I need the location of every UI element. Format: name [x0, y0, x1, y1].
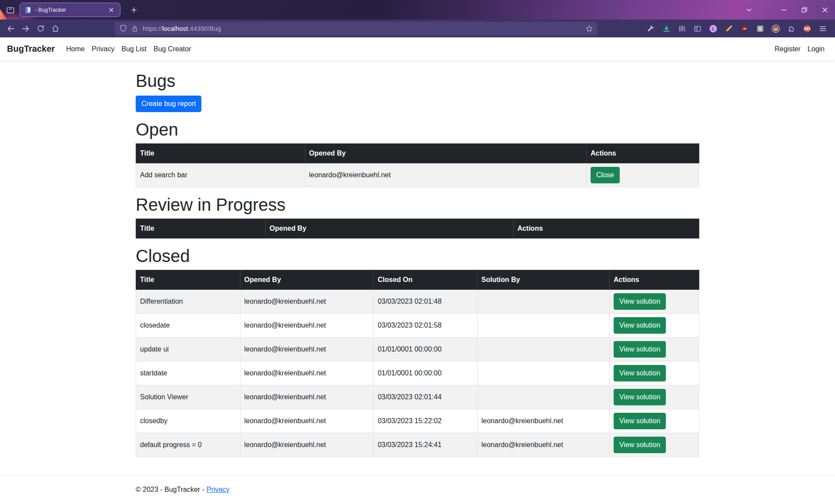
new-tab-button[interactable] [127, 3, 140, 17]
library-icon [678, 25, 686, 33]
view-solution-button[interactable]: View solution [614, 437, 666, 453]
sidebar-button[interactable] [692, 22, 703, 35]
table-cell: 03/03/2023 02:01:48 [374, 290, 477, 314]
forward-button[interactable] [18, 22, 33, 35]
table-cell: Add search bar [136, 163, 305, 187]
table-cell: 03/03/2023 15:22:02 [374, 409, 477, 433]
actions-cell: View solution [610, 314, 699, 338]
wrench-button[interactable] [645, 22, 656, 35]
site-navbar: BugTracker Home Privacy Bug List Bug Cre… [0, 37, 835, 61]
actions-cell: View solution [610, 433, 699, 457]
menu-button[interactable] [818, 22, 828, 35]
tab-close-button[interactable] [107, 6, 116, 14]
download-icon [662, 24, 671, 33]
home-button[interactable] [48, 22, 63, 35]
pencil-icon [725, 25, 733, 33]
table-cell: leonardo@kreienbuehl.net [240, 409, 374, 433]
table-cell: leonardo@kreienbuehl.net [240, 314, 374, 338]
table-cell: update ui [136, 338, 240, 361]
view-solution-button[interactable]: View solution [614, 365, 666, 381]
copyright-text: © 2023 - BugTracker - [136, 486, 204, 493]
view-solution-button[interactable]: View solution [614, 389, 666, 405]
close-window-button[interactable] [815, 0, 835, 20]
lastpass-button[interactable]: L [708, 22, 718, 35]
forward-icon [21, 24, 30, 33]
account-button[interactable] [771, 22, 781, 35]
minimize-button[interactable] [774, 0, 794, 20]
nav-link-home[interactable]: Home [63, 42, 88, 56]
sidebar-icon [694, 25, 701, 33]
page-title: Bugs [136, 70, 699, 91]
table-cell: leonardo@kreienbuehl.net [477, 433, 609, 457]
firefox-view-icon [6, 5, 15, 15]
actions-cell: View solution [610, 338, 699, 361]
nav-link-bug-list[interactable]: Bug List [118, 42, 150, 56]
downloads-button[interactable] [661, 22, 671, 35]
open-bugs-table: TitleOpened ByActions Add search barleon… [136, 143, 699, 187]
column-header: Title [136, 144, 305, 163]
svg-text:UD: UD [743, 27, 746, 30]
bookmark-star-icon[interactable] [585, 25, 593, 33]
tab-title: - BugTracker [35, 7, 107, 13]
table-cell [477, 361, 609, 385]
view-solution-button[interactable]: View solution [614, 341, 666, 358]
shield-icon [119, 24, 127, 33]
view-solution-button[interactable]: View solution [614, 293, 666, 310]
view-solution-button[interactable]: View solution [614, 413, 666, 429]
nav-link-register[interactable]: Register [771, 42, 804, 56]
table-row: Solution Viewerleonardo@kreienbuehl.net0… [136, 385, 699, 409]
reload-button[interactable] [33, 22, 48, 35]
actions-cell: View solution [610, 290, 699, 314]
library-button[interactable] [677, 22, 687, 35]
column-header: Opened By [240, 270, 374, 290]
extensions-button[interactable] [786, 22, 797, 35]
table-cell [477, 290, 609, 314]
column-header: Closed On [374, 270, 477, 290]
actions-cell: View solution [610, 409, 699, 433]
tab-list-button[interactable] [740, 0, 758, 20]
nav-link-bug-creator[interactable]: Bug Creator [150, 42, 194, 56]
table-cell: closedby [136, 409, 240, 433]
main-content: Bugs Create bug report Open TitleOpened … [136, 61, 699, 475]
browser-titlebar: - BugTracker [0, 0, 835, 20]
table-cell [477, 385, 609, 409]
browser-tab[interactable]: - BugTracker [20, 3, 120, 17]
table-cell: 03/03/2023 15:24:41 [374, 433, 477, 457]
url-bar[interactable]: https://localhost:44390/Bug [115, 22, 598, 36]
table-header-row: TitleOpened ByClosed OnSolution ByAction… [136, 270, 699, 290]
nav-link-login[interactable]: Login [804, 42, 828, 56]
nav-link-privacy[interactable]: Privacy [88, 42, 118, 56]
table-row: Differentiationleonardo@kreienbuehl.net0… [136, 290, 699, 314]
table-row: closedateleonardo@kreienbuehl.net03/03/2… [136, 314, 699, 338]
table-row: closedbyleonardo@kreienbuehl.net03/03/20… [136, 409, 699, 433]
plus-icon [131, 7, 137, 13]
back-button[interactable] [3, 22, 18, 35]
brand-link[interactable]: BugTracker [7, 44, 55, 54]
table-cell: Differentiation [136, 290, 240, 314]
s-extension-button[interactable]: S [755, 22, 765, 35]
column-header: Opened By [305, 144, 587, 163]
table-cell: leonardo@kreienbuehl.net [240, 385, 374, 409]
table-cell: 01/01/0001 00:00:00 [374, 361, 477, 385]
column-header: Actions [513, 219, 699, 239]
chevron-down-icon [746, 7, 752, 13]
ublock-button[interactable]: UD [739, 22, 750, 35]
goggles-extension-button[interactable] [802, 22, 812, 35]
table-cell: closedate [136, 314, 240, 338]
open-section-heading: Open [136, 119, 699, 140]
close-bug-button[interactable]: Close [591, 167, 620, 183]
footer-privacy-link[interactable]: Privacy [207, 486, 229, 493]
pencil-extension-button[interactable] [724, 22, 734, 35]
table-cell: leonardo@kreienbuehl.net [305, 163, 587, 187]
closed-bugs-table: TitleOpened ByClosed OnSolution ByAction… [136, 270, 699, 457]
column-header: Title [136, 219, 266, 239]
column-header: Actions [587, 144, 699, 163]
goggles-icon [803, 24, 812, 33]
create-bug-report-button[interactable]: Create bug report [136, 96, 201, 112]
firefox-view-button[interactable] [4, 4, 17, 16]
restore-button[interactable] [794, 0, 815, 20]
ud-shield-icon: UD [741, 25, 748, 33]
s-badge-icon: S [756, 25, 764, 33]
view-solution-button[interactable]: View solution [614, 317, 666, 334]
column-header: Actions [610, 270, 699, 290]
